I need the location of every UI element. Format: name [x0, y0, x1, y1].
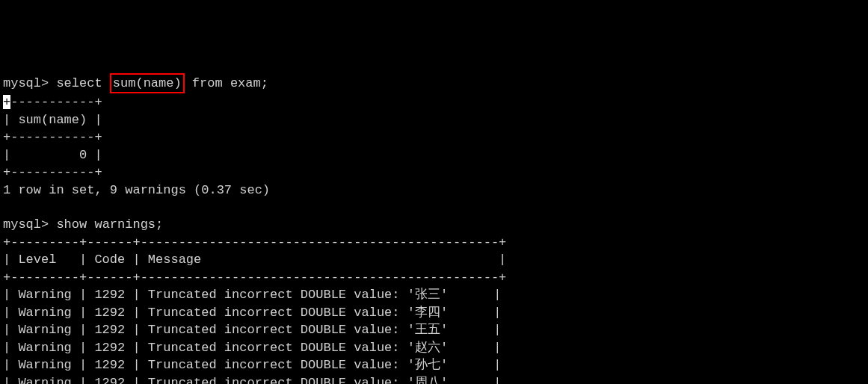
warning-row: | Warning | 1292 | Truncated incorrect D… — [3, 356, 865, 374]
warning-row: | Warning | 1292 | Truncated incorrect D… — [3, 321, 865, 338]
table-border-mid: +-----------+ — [3, 128, 865, 146]
warning-row: | Warning | 1292 | Truncated incorrect D… — [3, 374, 865, 384]
mysql-prompt: mysql> — [3, 76, 49, 90]
warnings-border-mid: +---------+------+----------------------… — [3, 269, 865, 286]
sql-text-after: from exam; — [185, 76, 268, 90]
table-header: | sum(name) | — [3, 111, 865, 128]
query-line-1: mysql> select sum(name) from exam; — [3, 73, 865, 93]
warnings-border-top: +---------+------+----------------------… — [3, 234, 865, 251]
warning-row: | Warning | 1292 | Truncated incorrect D… — [3, 286, 865, 303]
blank-line — [3, 199, 865, 216]
mysql-prompt: mysql> — [3, 217, 49, 232]
table-data-row: | 0 | — [3, 146, 865, 164]
table-border-bottom: +-----------+ — [3, 164, 865, 181]
warning-row: | Warning | 1292 | Truncated incorrect D… — [3, 339, 865, 356]
result-status: 1 row in set, 9 warnings (0.37 sec) — [3, 182, 865, 199]
query-line-2: mysql> show warnings; — [3, 216, 865, 233]
table-border-top: +-----------+ — [3, 93, 865, 111]
cursor-icon: + — [3, 95, 10, 109]
warnings-header: | Level | Code | Message | — [3, 251, 865, 268]
sql-text-before: select — [49, 76, 110, 90]
border-continuation: -----------+ — [10, 95, 102, 109]
warning-row: | Warning | 1292 | Truncated incorrect D… — [3, 304, 865, 321]
highlighted-sql-function: sum(name) — [110, 73, 185, 93]
sql-text: show warnings; — [49, 217, 163, 232]
terminal-output[interactable]: mysql> select sum(name) from exam;+-----… — [3, 73, 865, 384]
